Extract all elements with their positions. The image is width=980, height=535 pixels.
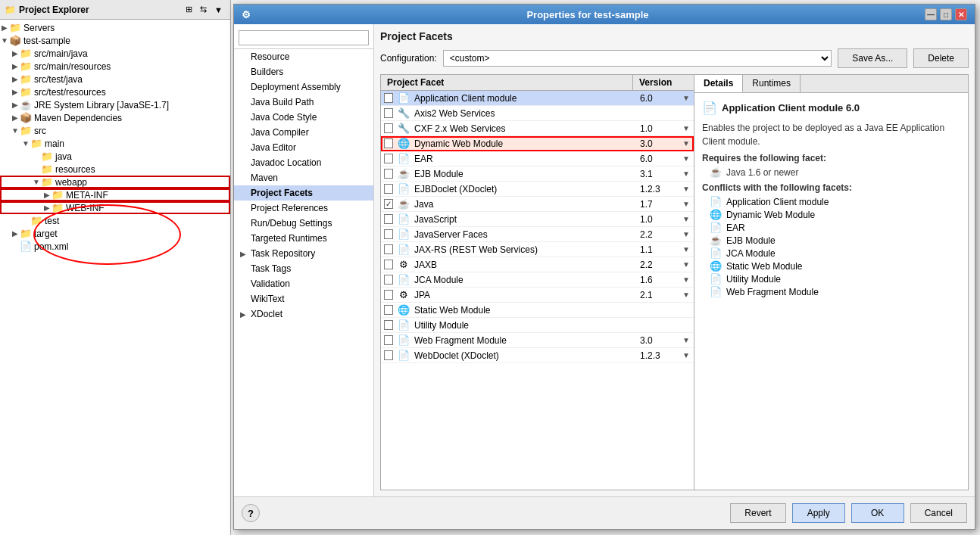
facet-dropdown-arrow[interactable]: ▼ bbox=[679, 260, 694, 269]
facet-dropdown-arrow[interactable]: ▼ bbox=[679, 139, 694, 148]
toggle-icon[interactable]: ▼ bbox=[0, 36, 9, 45]
tree-item-src-test-java[interactable]: ▶ 📁 src/test/java bbox=[0, 73, 230, 86]
facet-row-java[interactable]: ☕ Java 1.7 ▼ bbox=[381, 197, 694, 212]
toggle-icon[interactable]: ▼ bbox=[11, 126, 20, 135]
facet-dropdown-arrow[interactable]: ▼ bbox=[679, 245, 694, 254]
tree-item-pom-xml[interactable]: 📄 pom.xml bbox=[0, 240, 230, 253]
revert-button[interactable]: Revert bbox=[730, 503, 785, 523]
toggle-icon[interactable]: ▶ bbox=[0, 23, 9, 32]
facet-checkbox[interactable] bbox=[384, 199, 393, 209]
tree-item-web-inf[interactable]: ▶ 📁 WEB-INF bbox=[0, 201, 230, 214]
nav-item-maven[interactable]: Maven bbox=[234, 170, 373, 185]
config-select[interactable]: <custom> bbox=[443, 50, 832, 67]
facet-checkbox-cell[interactable] bbox=[381, 93, 396, 103]
toggle-icon[interactable]: ▶ bbox=[11, 62, 20, 70]
facet-dropdown-arrow[interactable]: ▼ bbox=[679, 200, 694, 208]
ok-button[interactable]: OK bbox=[851, 503, 904, 523]
facet-dropdown-arrow[interactable]: ▼ bbox=[679, 275, 694, 284]
nav-item-java-code-style[interactable]: Java Code Style bbox=[234, 110, 373, 125]
facet-checkbox[interactable] bbox=[384, 123, 393, 133]
tree-item-test[interactable]: 📁 test bbox=[0, 214, 230, 227]
facet-dropdown-arrow[interactable]: ▼ bbox=[679, 124, 694, 132]
facet-row-cxf[interactable]: 🔧 CXF 2.x Web Services 1.0 ▼ bbox=[381, 121, 694, 136]
facet-checkbox-cell[interactable] bbox=[381, 199, 396, 209]
toggle-icon[interactable]: ▶ bbox=[11, 88, 20, 96]
tree-item-webapp[interactable]: ▼ 📁 webapp bbox=[0, 176, 230, 188]
facet-dropdown-arrow[interactable]: ▼ bbox=[679, 154, 694, 163]
facet-dropdown-arrow[interactable]: ▼ bbox=[679, 94, 694, 102]
tree-item-target[interactable]: ▶ 📁 target bbox=[0, 227, 230, 240]
toggle-icon[interactable]: ▶ bbox=[11, 75, 20, 83]
facet-checkbox-cell[interactable] bbox=[381, 169, 396, 179]
cancel-button[interactable]: Cancel bbox=[910, 503, 967, 523]
facet-checkbox-cell[interactable] bbox=[381, 184, 396, 194]
nav-item-xdoclet[interactable]: ▶ XDoclet bbox=[234, 306, 373, 322]
tab-runtimes[interactable]: Runtimes bbox=[743, 75, 801, 92]
apply-button[interactable]: Apply bbox=[792, 503, 845, 523]
facet-checkbox-cell[interactable] bbox=[381, 305, 396, 315]
facet-checkbox[interactable] bbox=[384, 335, 393, 345]
minimize-button[interactable]: — bbox=[925, 8, 937, 20]
tree-item-test-sample[interactable]: ▼ 📦 test-sample bbox=[0, 34, 230, 47]
facet-checkbox[interactable] bbox=[384, 290, 393, 300]
tree-item-src-main-resources[interactable]: ▶ 📁 src/main/resources bbox=[0, 60, 230, 73]
facet-checkbox[interactable] bbox=[384, 169, 393, 179]
facet-row-ear[interactable]: 📄 EAR 6.0 ▼ bbox=[381, 151, 694, 166]
facet-checkbox-cell[interactable] bbox=[381, 123, 396, 133]
nav-item-javadoc-location[interactable]: Javadoc Location bbox=[234, 155, 373, 170]
nav-item-task-repository[interactable]: ▶ Task Repository bbox=[234, 246, 373, 261]
facet-row-axis2[interactable]: 🔧 Axis2 Web Services bbox=[381, 106, 694, 121]
save-as-button[interactable]: Save As... bbox=[838, 48, 907, 68]
facet-checkbox-cell[interactable] bbox=[381, 290, 396, 300]
facet-row-ejb-module[interactable]: ☕ EJB Module 3.1 ▼ bbox=[381, 166, 694, 182]
nav-item-java-editor[interactable]: Java Editor bbox=[234, 140, 373, 155]
toggle-icon[interactable]: ▼ bbox=[32, 178, 41, 186]
facet-checkbox-cell[interactable] bbox=[381, 275, 396, 285]
facet-checkbox[interactable] bbox=[384, 260, 393, 269]
facet-checkbox[interactable] bbox=[384, 305, 393, 315]
toggle-icon[interactable]: ▶ bbox=[11, 114, 20, 122]
facet-checkbox-cell[interactable] bbox=[381, 320, 396, 330]
delete-button[interactable]: Delete bbox=[913, 48, 969, 68]
maximize-button[interactable]: □ bbox=[940, 8, 952, 20]
facet-row-ejbdoclet[interactable]: 📄 EJBDoclet (XDoclet) 1.2.3 ▼ bbox=[381, 182, 694, 197]
view-menu-button[interactable]: ▼ bbox=[211, 3, 226, 16]
tree-item-java[interactable]: 📁 java bbox=[0, 150, 230, 163]
facet-dropdown-arrow[interactable]: ▼ bbox=[679, 291, 694, 299]
tree-item-servers[interactable]: ▶ 📁 Servers bbox=[0, 21, 230, 34]
tree-item-resources[interactable]: 📁 resources bbox=[0, 163, 230, 176]
facet-checkbox-cell[interactable] bbox=[381, 350, 396, 360]
facet-checkbox[interactable] bbox=[384, 320, 393, 330]
tree-item-src[interactable]: ▼ 📁 src bbox=[0, 124, 230, 137]
nav-item-task-tags[interactable]: Task Tags bbox=[234, 261, 373, 276]
toggle-icon[interactable]: ▶ bbox=[11, 49, 20, 58]
link-editor-button[interactable]: ⇆ bbox=[197, 3, 210, 16]
nav-item-targeted-runtimes[interactable]: Targeted Runtimes bbox=[234, 231, 373, 246]
facet-checkbox[interactable] bbox=[384, 108, 393, 118]
facet-row-app-client[interactable]: 📄 Application Client module 6.0 ▼ bbox=[381, 91, 694, 106]
facet-checkbox[interactable] bbox=[384, 93, 393, 103]
facet-row-web-fragment[interactable]: 📄 Web Fragment Module 3.0 ▼ bbox=[381, 333, 694, 348]
facet-checkbox[interactable] bbox=[384, 244, 393, 254]
facet-checkbox-cell[interactable] bbox=[381, 260, 396, 269]
tree-item-jre-system[interactable]: ▶ ☕ JRE System Library [JavaSE-1.7] bbox=[0, 98, 230, 111]
facet-checkbox-cell[interactable] bbox=[381, 214, 396, 224]
nav-search-input[interactable] bbox=[239, 30, 369, 45]
facet-row-jaxb[interactable]: ⚙ JAXB 2.2 ▼ bbox=[381, 257, 694, 272]
facet-dropdown-arrow[interactable]: ▼ bbox=[679, 351, 694, 359]
facet-checkbox-cell[interactable] bbox=[381, 138, 396, 148]
facet-checkbox[interactable] bbox=[384, 154, 393, 163]
nav-item-builders[interactable]: Builders bbox=[234, 64, 373, 79]
facet-checkbox[interactable] bbox=[384, 184, 393, 194]
facet-dropdown-arrow[interactable]: ▼ bbox=[679, 230, 694, 238]
facet-dropdown-arrow[interactable]: ▼ bbox=[679, 185, 694, 193]
tree-item-src-main-java[interactable]: ▶ 📁 src/main/java bbox=[0, 47, 230, 60]
facet-row-jsf[interactable]: 📄 JavaServer Faces 2.2 ▼ bbox=[381, 227, 694, 242]
facet-row-static-web[interactable]: 🌐 Static Web Module bbox=[381, 303, 694, 318]
nav-item-java-build-path[interactable]: Java Build Path bbox=[234, 95, 373, 110]
facet-checkbox[interactable] bbox=[384, 138, 393, 148]
nav-item-project-references[interactable]: Project References bbox=[234, 201, 373, 216]
facet-row-jax-rs[interactable]: 📄 JAX-RS (REST Web Services) 1.1 ▼ bbox=[381, 242, 694, 257]
facet-checkbox[interactable] bbox=[384, 350, 393, 360]
facet-row-javascript[interactable]: 📄 JavaScript 1.0 ▼ bbox=[381, 212, 694, 227]
